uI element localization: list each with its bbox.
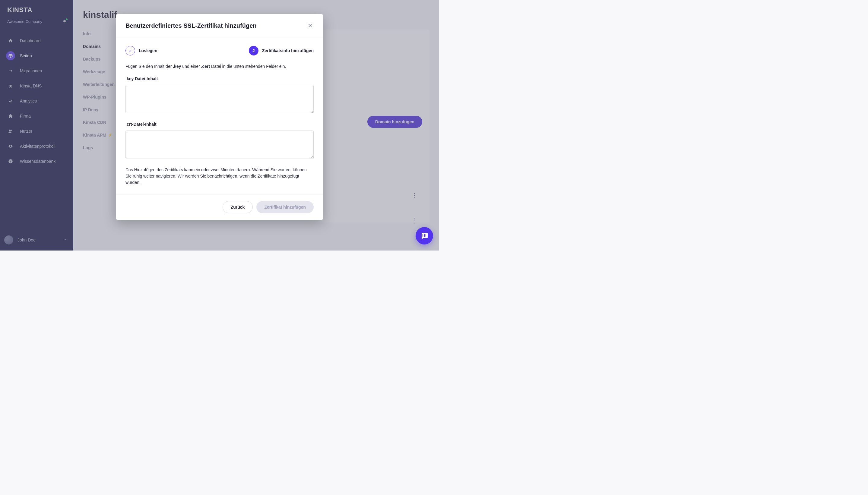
add-certificate-button[interactable]: Zertifikat hinzufügen	[256, 201, 314, 213]
modal-overlay: Benutzerdefiniertes SSL-Zertifikat hinzu…	[0, 0, 439, 251]
crt-field-group: .crt-Datei-Inhalt	[126, 121, 314, 161]
chat-icon	[420, 232, 429, 240]
step-1-label: Loslegen	[139, 48, 157, 53]
step-done-circle	[126, 46, 135, 55]
modal-footer: Zurück Zertifikat hinzufügen	[116, 194, 323, 220]
step-2-label: Zertifikatsinfo hinzufügen	[262, 48, 314, 53]
intercom-button[interactable]	[416, 227, 433, 244]
modal-close-button[interactable]: ✕	[306, 22, 314, 29]
step-1: Loslegen	[126, 46, 220, 55]
key-file-textarea[interactable]	[126, 85, 314, 113]
modal-intro: Fügen Sie den Inhalt der .key und einer …	[126, 63, 314, 70]
check-icon	[128, 49, 132, 53]
modal-note: Das Hinzufügen des Zertifikats kann ein …	[126, 167, 314, 186]
step-current-circle: 2	[249, 46, 258, 55]
modal-header: Benutzerdefiniertes SSL-Zertifikat hinzu…	[116, 14, 323, 37]
key-field-group: .key Datei-Inhalt	[126, 76, 314, 115]
modal-stepper: Loslegen 2 Zertifikatsinfo hinzufügen	[116, 37, 323, 58]
crt-file-textarea[interactable]	[126, 131, 314, 159]
modal-title: Benutzerdefiniertes SSL-Zertifikat hinzu…	[126, 22, 256, 29]
close-icon: ✕	[307, 22, 313, 29]
ssl-modal: Benutzerdefiniertes SSL-Zertifikat hinzu…	[116, 14, 323, 220]
key-field-label: .key Datei-Inhalt	[126, 76, 314, 82]
back-button[interactable]: Zurück	[222, 201, 253, 213]
crt-field-label: .crt-Datei-Inhalt	[126, 121, 314, 127]
modal-body: Fügen Sie den Inhalt der .key und einer …	[116, 58, 323, 194]
step-2: 2 Zertifikatsinfo hinzufügen	[220, 46, 314, 55]
